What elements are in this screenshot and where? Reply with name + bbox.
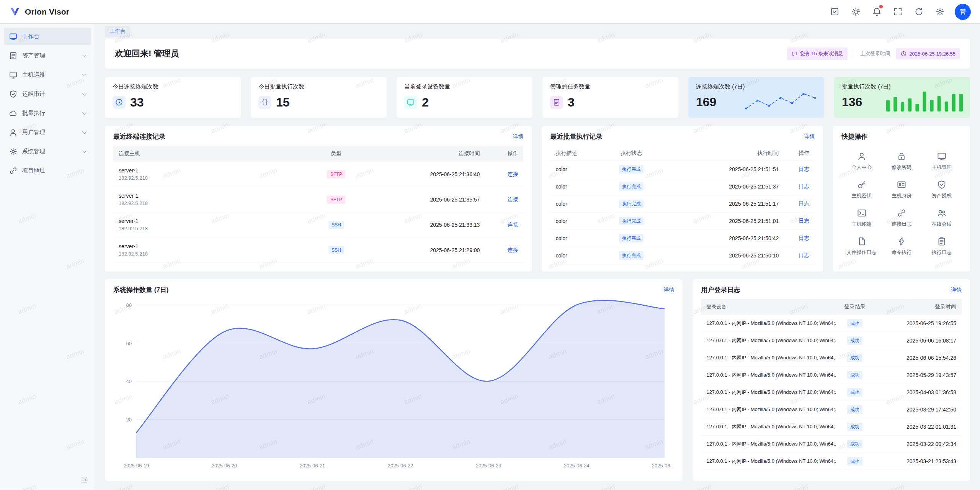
divider	[854, 50, 854, 57]
chart-detail-link[interactable]: 详情	[663, 287, 674, 293]
quick-action-item[interactable]: 修改密码	[882, 152, 922, 171]
monitor-icon	[937, 152, 946, 161]
sidebar-item-label: 批量执行	[22, 110, 77, 117]
terminal-detail-link[interactable]: 详情	[513, 133, 523, 140]
quick-action-item[interactable]: 连接日志	[882, 208, 922, 228]
column-header: 登录结果	[836, 303, 874, 310]
login-result-badge: 成功	[847, 457, 862, 465]
user-icon	[857, 152, 866, 161]
login-table-header: 登录设备 登录结果 登录时间	[701, 299, 962, 315]
sidebar-item[interactable]: 项目地址	[4, 162, 91, 179]
quick-action-item[interactable]: 主机终端	[841, 208, 882, 228]
quick-action-item[interactable]: 资产授权	[921, 180, 962, 199]
quick-action-item[interactable]: 执行日志	[921, 237, 962, 256]
menu-fold-icon	[80, 476, 88, 484]
breadcrumb[interactable]: 工作台	[105, 26, 130, 37]
login-time: 2025-03-21 23:53:43	[874, 458, 956, 464]
sidebar-menu: 工作台 资产管理 主机运维 运维审计	[0, 24, 95, 183]
last-login-time: 2025-06-25 19:26:55	[909, 51, 956, 57]
exec-time: 2025-06-25 21:51:51	[664, 166, 779, 172]
log-link[interactable]: 日志	[799, 183, 809, 189]
quick-action-label: 主机身份	[892, 192, 911, 199]
sidebar-item[interactable]: 用户管理	[4, 123, 91, 141]
terminal-records-panel: 最近终端连接记录 详情 连接主机 类型 连接时间 操作 serve	[105, 126, 532, 272]
connect-time: 2025-06-25 21:36:40	[365, 171, 480, 177]
svg-text:2025-06-20: 2025-06-20	[212, 463, 237, 469]
quick-action-label: 资产授权	[932, 192, 952, 199]
log-link[interactable]: 日志	[799, 252, 809, 258]
sidebar-item[interactable]: 系统管理	[4, 143, 91, 160]
connect-link[interactable]: 连接	[507, 196, 518, 202]
system-operations-chart-panel: 系统操作数量 (7日) 详情 204060802025-06-192025-06…	[105, 279, 683, 481]
svg-text:2025-06-21: 2025-06-21	[300, 463, 325, 469]
sidebar-item[interactable]: 资产管理	[4, 47, 91, 64]
terminal-record-row: server-1 182.92.5.218 SSH 2025-06-25 21:…	[113, 238, 523, 263]
svg-text:2025-06-19: 2025-06-19	[124, 463, 149, 469]
file-icon	[857, 237, 866, 246]
login-device: 127.0.0.1 - 内网IP - Mozilla/5.0 (Windows …	[706, 423, 836, 430]
quick-action-label: 主机管理	[932, 164, 952, 171]
sidebar-item[interactable]: 工作台	[4, 28, 91, 45]
notification-bell-icon[interactable]	[868, 3, 885, 20]
bottom-row: 系统操作数量 (7日) 详情 204060802025-06-192025-06…	[105, 279, 970, 481]
connect-link[interactable]: 连接	[507, 247, 518, 253]
login-result-badge: 成功	[847, 440, 862, 448]
login-result-badge: 成功	[847, 336, 862, 345]
batch-record-row: color 执行完成 2025-06-25 21:51:01 日志	[550, 213, 815, 230]
quick-action-item[interactable]: 主机密钥	[841, 180, 882, 199]
batch-detail-link[interactable]: 详情	[804, 133, 815, 140]
user-avatar[interactable]: 管	[955, 4, 971, 20]
connect-time: 2025-06-25 21:33:13	[365, 222, 480, 228]
exec-time: 2025-06-25 21:51:17	[664, 201, 779, 207]
log-link[interactable]: 日志	[799, 166, 809, 172]
host-name: server-1	[119, 243, 307, 249]
quick-action-label: 主机终端	[852, 221, 872, 228]
connect-link[interactable]: 连接	[507, 221, 518, 228]
gear-icon	[9, 147, 17, 156]
unread-messages-badge[interactable]: 您有 15 条未读消息	[787, 48, 848, 60]
sidebar-item[interactable]: 主机运维	[4, 66, 91, 84]
theme-sun-icon[interactable]	[847, 3, 864, 20]
quick-action-item[interactable]: 在线会话	[921, 208, 962, 228]
svg-text:40: 40	[126, 379, 132, 384]
svg-text:2025-06-23: 2025-06-23	[476, 463, 501, 469]
log-link[interactable]: 日志	[799, 235, 809, 241]
quick-action-item[interactable]: 命令执行	[882, 237, 922, 256]
panel-title: 最近终端连接记录	[113, 132, 165, 141]
refresh-icon[interactable]	[910, 3, 927, 20]
header-actions: 管	[826, 3, 971, 20]
type-badge: SFTP	[327, 195, 345, 204]
sidebar-collapse-button[interactable]	[78, 474, 90, 486]
login-detail-link[interactable]: 详情	[951, 287, 962, 293]
type-badge: SSH	[328, 246, 344, 254]
lock-icon	[897, 152, 906, 161]
chevron-down-icon	[82, 91, 87, 95]
stat-value: 136	[842, 96, 862, 108]
quick-action-label: 修改密码	[892, 164, 911, 171]
host-name: server-1	[119, 193, 307, 199]
sidebar-item-label: 项目地址	[22, 167, 85, 174]
login-device: 127.0.0.1 - 内网IP - Mozilla/5.0 (Windows …	[706, 441, 836, 447]
fullscreen-icon[interactable]	[889, 3, 906, 20]
exec-description: color	[555, 252, 599, 259]
sidebar-item[interactable]: 批量执行	[4, 104, 91, 122]
column-header: 执行描述	[555, 150, 599, 157]
login-device: 127.0.0.1 - 内网IP - Mozilla/5.0 (Windows …	[706, 372, 836, 379]
quick-action-item[interactable]: 主机身份	[882, 180, 922, 199]
log-link[interactable]: 日志	[799, 218, 809, 224]
connect-link[interactable]: 连接	[507, 171, 518, 177]
stat-value: 169	[696, 96, 716, 108]
id-card-icon	[897, 180, 906, 189]
todo-check-icon[interactable]	[826, 3, 843, 20]
settings-gear-icon[interactable]	[931, 3, 948, 20]
log-link[interactable]: 日志	[799, 200, 809, 206]
sidebar-item[interactable]: 运维审计	[4, 85, 91, 103]
quick-action-item[interactable]: 主机管理	[921, 152, 962, 171]
quick-action-item[interactable]: 文件操作日志	[841, 237, 882, 256]
sidebar-item-label: 主机运维	[22, 71, 77, 79]
quick-action-item[interactable]: 个人中心	[841, 152, 882, 171]
type-badge: SSH	[328, 221, 344, 229]
welcome-title: 欢迎回来! 管理员	[115, 48, 179, 59]
login-result-badge: 成功	[847, 388, 862, 397]
login-log-row: 127.0.0.1 - 内网IP - Mozilla/5.0 (Windows …	[701, 418, 962, 436]
